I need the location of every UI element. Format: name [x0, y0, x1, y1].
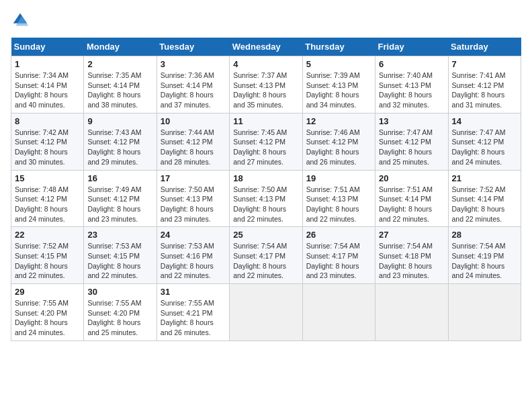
day-number: 13 — [379, 116, 444, 126]
calendar-cell: 31Sunrise: 7:55 AMSunset: 4:21 PMDayligh… — [157, 284, 229, 341]
day-info: Sunrise: 7:37 AMSunset: 4:13 PMDaylight:… — [233, 71, 287, 109]
calendar-cell — [448, 284, 521, 341]
day-number: 25 — [233, 230, 298, 240]
day-number: 11 — [233, 116, 298, 126]
day-info: Sunrise: 7:55 AMSunset: 4:20 PMDaylight:… — [15, 299, 69, 336]
day-info: Sunrise: 7:39 AMSunset: 4:13 PMDaylight:… — [306, 71, 360, 109]
calendar-cell: 11Sunrise: 7:45 AMSunset: 4:12 PMDayligh… — [230, 113, 302, 170]
day-number: 9 — [87, 116, 152, 126]
day-info: Sunrise: 7:45 AMSunset: 4:12 PMDaylight:… — [233, 128, 287, 166]
calendar-cell: 12Sunrise: 7:46 AMSunset: 4:12 PMDayligh… — [302, 113, 375, 170]
day-info: Sunrise: 7:52 AMSunset: 4:15 PMDaylight:… — [15, 242, 69, 279]
header-friday: Friday — [375, 38, 448, 56]
header-sunday: Sunday — [11, 38, 84, 56]
day-info: Sunrise: 7:40 AMSunset: 4:13 PMDaylight:… — [379, 71, 433, 109]
calendar-cell: 28Sunrise: 7:54 AMSunset: 4:19 PMDayligh… — [448, 227, 521, 284]
day-info: Sunrise: 7:51 AMSunset: 4:13 PMDaylight:… — [306, 185, 360, 223]
calendar-cell: 27Sunrise: 7:54 AMSunset: 4:18 PMDayligh… — [375, 227, 448, 284]
calendar-cell: 4Sunrise: 7:37 AMSunset: 4:13 PMDaylight… — [230, 56, 302, 113]
calendar-cell: 26Sunrise: 7:54 AMSunset: 4:17 PMDayligh… — [302, 227, 375, 284]
calendar-cell: 6Sunrise: 7:40 AMSunset: 4:13 PMDaylight… — [375, 56, 448, 113]
day-info: Sunrise: 7:41 AMSunset: 4:12 PMDaylight:… — [452, 71, 506, 109]
day-info: Sunrise: 7:53 AMSunset: 4:15 PMDaylight:… — [87, 242, 141, 279]
calendar-cell: 5Sunrise: 7:39 AMSunset: 4:13 PMDaylight… — [302, 56, 375, 113]
calendar-cell: 13Sunrise: 7:47 AMSunset: 4:12 PMDayligh… — [375, 113, 448, 170]
day-number: 7 — [452, 59, 517, 69]
day-number: 4 — [233, 59, 298, 69]
day-number: 21 — [452, 173, 517, 183]
day-number: 26 — [306, 230, 371, 240]
header-wednesday: Wednesday — [230, 38, 302, 56]
page-header — [11, 11, 521, 30]
logo — [11, 11, 32, 30]
day-info: Sunrise: 7:49 AMSunset: 4:12 PMDaylight:… — [87, 185, 141, 223]
day-number: 31 — [161, 287, 226, 297]
day-info: Sunrise: 7:54 AMSunset: 4:17 PMDaylight:… — [233, 242, 287, 279]
day-number: 12 — [306, 116, 371, 126]
day-info: Sunrise: 7:35 AMSunset: 4:14 PMDaylight:… — [87, 71, 141, 109]
day-number: 14 — [452, 116, 517, 126]
day-number: 29 — [15, 287, 80, 297]
day-number: 8 — [15, 116, 80, 126]
calendar-week-row: 8Sunrise: 7:42 AMSunset: 4:12 PMDaylight… — [11, 113, 521, 170]
header-monday: Monday — [84, 38, 157, 56]
day-number: 15 — [15, 173, 80, 183]
calendar-cell: 20Sunrise: 7:51 AMSunset: 4:14 PMDayligh… — [375, 170, 448, 227]
calendar-cell: 8Sunrise: 7:42 AMSunset: 4:12 PMDaylight… — [11, 113, 84, 170]
calendar-cell: 18Sunrise: 7:50 AMSunset: 4:13 PMDayligh… — [230, 170, 302, 227]
calendar-cell — [302, 284, 375, 341]
day-info: Sunrise: 7:48 AMSunset: 4:12 PMDaylight:… — [15, 185, 69, 223]
day-info: Sunrise: 7:34 AMSunset: 4:14 PMDaylight:… — [15, 71, 69, 109]
day-number: 17 — [161, 173, 226, 183]
calendar-week-row: 29Sunrise: 7:55 AMSunset: 4:20 PMDayligh… — [11, 284, 521, 341]
calendar-week-row: 15Sunrise: 7:48 AMSunset: 4:12 PMDayligh… — [11, 170, 521, 227]
calendar-cell: 7Sunrise: 7:41 AMSunset: 4:12 PMDaylight… — [448, 56, 521, 113]
day-number: 3 — [161, 59, 226, 69]
day-info: Sunrise: 7:54 AMSunset: 4:17 PMDaylight:… — [306, 242, 360, 279]
calendar-cell: 15Sunrise: 7:48 AMSunset: 4:12 PMDayligh… — [11, 170, 84, 227]
day-number: 23 — [87, 230, 152, 240]
calendar-cell: 2Sunrise: 7:35 AMSunset: 4:14 PMDaylight… — [84, 56, 157, 113]
header-tuesday: Tuesday — [157, 38, 229, 56]
calendar-cell: 30Sunrise: 7:55 AMSunset: 4:20 PMDayligh… — [84, 284, 157, 341]
day-number: 2 — [87, 59, 152, 69]
day-number: 28 — [452, 230, 517, 240]
day-info: Sunrise: 7:46 AMSunset: 4:12 PMDaylight:… — [306, 128, 360, 166]
day-info: Sunrise: 7:50 AMSunset: 4:13 PMDaylight:… — [233, 185, 287, 223]
header-thursday: Thursday — [302, 38, 375, 56]
day-info: Sunrise: 7:53 AMSunset: 4:16 PMDaylight:… — [161, 242, 214, 279]
calendar-cell: 23Sunrise: 7:53 AMSunset: 4:15 PMDayligh… — [84, 227, 157, 284]
logo-icon — [11, 11, 30, 30]
calendar-cell: 19Sunrise: 7:51 AMSunset: 4:13 PMDayligh… — [302, 170, 375, 227]
day-number: 16 — [87, 173, 152, 183]
day-number: 20 — [379, 173, 444, 183]
day-number: 6 — [379, 59, 444, 69]
header-saturday: Saturday — [448, 38, 521, 56]
calendar-cell: 29Sunrise: 7:55 AMSunset: 4:20 PMDayligh… — [11, 284, 84, 341]
day-info: Sunrise: 7:54 AMSunset: 4:18 PMDaylight:… — [379, 242, 433, 279]
calendar-cell: 14Sunrise: 7:47 AMSunset: 4:12 PMDayligh… — [448, 113, 521, 170]
day-number: 10 — [161, 116, 226, 126]
day-number: 30 — [87, 287, 152, 297]
day-number: 27 — [379, 230, 444, 240]
day-info: Sunrise: 7:36 AMSunset: 4:14 PMDaylight:… — [161, 71, 214, 109]
calendar-week-row: 1Sunrise: 7:34 AMSunset: 4:14 PMDaylight… — [11, 56, 521, 113]
day-info: Sunrise: 7:44 AMSunset: 4:12 PMDaylight:… — [161, 128, 214, 166]
day-number: 1 — [15, 59, 80, 69]
day-info: Sunrise: 7:43 AMSunset: 4:12 PMDaylight:… — [87, 128, 141, 166]
day-info: Sunrise: 7:52 AMSunset: 4:14 PMDaylight:… — [452, 185, 506, 223]
day-number: 24 — [161, 230, 226, 240]
calendar-cell: 21Sunrise: 7:52 AMSunset: 4:14 PMDayligh… — [448, 170, 521, 227]
day-number: 18 — [233, 173, 298, 183]
day-info: Sunrise: 7:50 AMSunset: 4:13 PMDaylight:… — [161, 185, 214, 223]
calendar-week-row: 22Sunrise: 7:52 AMSunset: 4:15 PMDayligh… — [11, 227, 521, 284]
day-number: 5 — [306, 59, 371, 69]
calendar-cell: 9Sunrise: 7:43 AMSunset: 4:12 PMDaylight… — [84, 113, 157, 170]
day-info: Sunrise: 7:42 AMSunset: 4:12 PMDaylight:… — [15, 128, 69, 166]
calendar-cell: 25Sunrise: 7:54 AMSunset: 4:17 PMDayligh… — [230, 227, 302, 284]
calendar-header-row: SundayMondayTuesdayWednesdayThursdayFrid… — [11, 38, 521, 56]
calendar-cell: 10Sunrise: 7:44 AMSunset: 4:12 PMDayligh… — [157, 113, 229, 170]
calendar-cell — [230, 284, 302, 341]
day-info: Sunrise: 7:55 AMSunset: 4:21 PMDaylight:… — [161, 299, 214, 336]
calendar-cell: 1Sunrise: 7:34 AMSunset: 4:14 PMDaylight… — [11, 56, 84, 113]
